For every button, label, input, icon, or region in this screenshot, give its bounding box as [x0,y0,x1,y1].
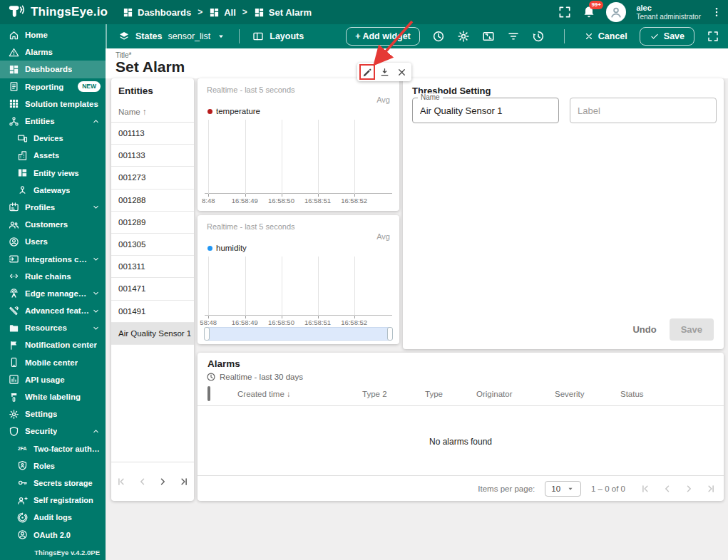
previous-page-icon[interactable] [661,482,674,495]
entity-row[interactable]: 001491 [111,301,194,323]
sidebar-item-resources[interactable]: Resources [0,319,106,336]
entity-row[interactable]: 001288 [111,190,194,212]
column-header-type-2[interactable]: Type 2 [362,390,425,398]
sidebar-item-mobile-center[interactable]: Mobile center [0,354,106,371]
sidebar-item-alarms[interactable]: Alarms [0,43,106,61]
previous-page-icon[interactable] [136,475,149,488]
sidebar-item-rule-chains[interactable]: Rule chains [0,268,106,285]
sidebar-item-oauth-2-0[interactable]: OAuth 2.0 [0,526,106,543]
entities-widget: Entities Name ↑ 001113001133001273001288… [111,78,194,501]
column-header-originator[interactable]: Originator [476,390,555,398]
avatar[interactable] [606,2,626,22]
cancel-button[interactable]: Cancel [584,31,627,41]
entity-row[interactable]: Air Quality Sensor 1 [111,323,194,345]
version-history-icon[interactable] [532,30,545,43]
chart-timewindow[interactable]: Realtime - last 5 seconds [207,222,295,231]
state-caret-icon[interactable] [216,31,226,41]
breadcrumb-item[interactable]: All [209,7,236,18]
sidebar-item-home[interactable]: Home [0,26,106,43]
kebab-menu-icon[interactable] [711,5,722,19]
sidebar-item-profiles[interactable]: Profiles [0,199,106,216]
sidebar-item-integrations-center[interactable]: Integrations center [0,250,106,267]
sidebar-item-entity-views[interactable]: Entity views [0,165,106,182]
select-all-checkbox[interactable] [207,386,210,401]
download-widget-button[interactable] [376,64,392,80]
sidebar-item-dashboards[interactable]: Dashboards [0,61,106,78]
chart-legend[interactable]: humidity [207,244,247,252]
sidebar-item-roles[interactable]: Roles [0,457,106,475]
entity-aliases-icon[interactable] [482,30,495,43]
sidebar-item-edge-management[interactable]: Edge management [0,285,106,302]
filters-icon[interactable] [507,30,520,43]
next-page-icon[interactable] [156,475,169,488]
sidebar-item-self-registration[interactable]: Self registration [0,492,106,509]
entity-row[interactable]: 001289 [111,212,194,234]
alarms-timewindow[interactable]: Realtime - last 30 days [206,372,303,382]
entity-row[interactable]: 001273 [111,167,194,189]
sidebar-item-notification-center[interactable]: Notification center [0,336,106,353]
layouts-button[interactable]: Layouts [270,31,304,41]
dashboard-settings-gear-icon[interactable] [457,30,470,43]
name-column-header[interactable]: Name ↑ [111,96,194,123]
sidebar-item-assets[interactable]: Assets [0,147,106,164]
sidebar-item-entities[interactable]: Entities [0,113,106,130]
undo-button[interactable]: Undo [632,324,656,335]
brush-handle-left[interactable] [204,327,210,341]
sidebar-item-solution-templates[interactable]: Solution templates [0,95,106,113]
column-header-type[interactable]: Type [425,390,476,398]
entity-row[interactable]: 001113 [111,123,194,145]
gridline [318,120,319,194]
entity-row[interactable]: 001471 [111,278,194,300]
page-size-select[interactable]: 10 [545,481,581,497]
state-select[interactable]: sensor_list [168,31,211,41]
sidebar-item-advanced-features[interactable]: Advanced features [0,302,106,319]
last-page-icon[interactable] [704,482,717,495]
sidebar-item-white-labeling[interactable]: White labeling [0,388,106,405]
name-input[interactable] [412,98,559,123]
add-widget-button[interactable]: + Add widget [346,27,420,46]
next-page-icon[interactable] [682,482,695,495]
column-header-severity[interactable]: Severity [555,390,620,398]
badge-icon [9,202,19,212]
tools-icon [9,306,19,316]
page-title[interactable]: Set Alarm [116,58,185,76]
sidebar-item-gateways[interactable]: Gateways [0,182,106,199]
sidebar-item-devices[interactable]: Devices [0,130,106,147]
first-page-icon[interactable] [640,482,652,495]
save-button[interactable]: Save [640,27,694,46]
breadcrumb-item[interactable]: Set Alarm [254,7,312,18]
sidebar-item-users[interactable]: Users [0,233,106,250]
chart-timewindow[interactable]: Realtime - last 5 seconds [207,85,295,94]
notifications-button[interactable]: 99+ [582,5,596,19]
sidebar-item-api-usage[interactable]: API usage [0,371,106,388]
entity-row[interactable]: 001133 [111,145,194,167]
no-alarms-text: No alarms found [198,437,724,447]
fullscreen-icon[interactable] [558,5,572,19]
column-header-status[interactable]: Status [620,390,713,398]
sidebar-item-two-factor-authenticati[interactable]: 2FATwo-factor authenticati... [0,440,106,457]
last-page-icon[interactable] [177,475,190,488]
sidebar-item-reporting[interactable]: ReportingNEW [0,78,106,95]
entity-row[interactable]: 001311 [111,256,194,278]
sidebar-item-customers[interactable]: Customers [0,216,106,233]
breadcrumb-item[interactable]: Dashboards [123,7,191,18]
column-header-created-time[interactable]: Created time ↓ [237,390,362,398]
app-logo[interactable]: ThingsEye.io [0,3,123,21]
time-range-brush[interactable] [205,327,392,341]
chart-legend[interactable]: temperature [207,107,260,115]
label-input[interactable] [570,98,717,123]
chevron-up-icon [91,117,101,126]
expand-fullscreen-icon[interactable] [707,30,719,43]
sidebar-item-security[interactable]: Security [0,422,106,440]
sidebar-item-settings[interactable]: Settings [0,405,106,422]
timewindow-clock-icon[interactable] [432,30,445,43]
threshold-save-button[interactable]: Save [670,318,714,341]
entity-row[interactable]: 001305 [111,234,194,256]
remove-widget-button[interactable] [394,64,409,80]
dashboard-icon [9,64,19,75]
brush-handle-right[interactable] [387,327,393,341]
edit-widget-button[interactable] [359,64,375,80]
sidebar-item-secrets-storage[interactable]: Secrets storage [0,475,106,492]
first-page-icon[interactable] [116,475,128,488]
sidebar-item-audit-logs[interactable]: Audit logs [0,509,106,526]
